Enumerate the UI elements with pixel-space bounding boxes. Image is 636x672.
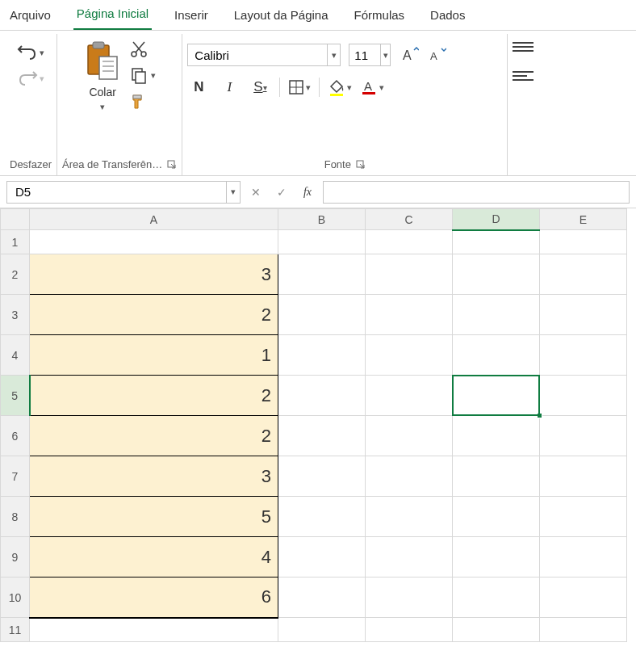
cell-C4[interactable] — [366, 335, 453, 376]
cell-C5[interactable] — [366, 376, 453, 416]
cell-D10[interactable] — [453, 578, 540, 618]
cell-B4[interactable] — [278, 335, 366, 376]
cell-A8[interactable]: 5 — [30, 497, 278, 537]
cell-E3[interactable] — [540, 295, 627, 335]
enter-formula-button[interactable]: ✓ — [271, 182, 292, 203]
cell-E6[interactable] — [540, 416, 627, 456]
cancel-formula-button[interactable]: ✕ — [245, 182, 266, 203]
cell-D3[interactable] — [453, 295, 540, 335]
column-header-E[interactable]: E — [540, 209, 627, 230]
tab-inserir[interactable]: Inserir — [171, 2, 211, 30]
cell-E2[interactable] — [540, 254, 627, 295]
cell-D11[interactable] — [453, 618, 540, 642]
column-header-A[interactable]: A — [30, 209, 278, 230]
chevron-down-icon[interactable]: ▾ — [380, 44, 390, 65]
cell-C11[interactable] — [366, 618, 453, 642]
font-size-input[interactable] — [349, 45, 380, 65]
cell-C7[interactable] — [366, 456, 453, 497]
column-header-D[interactable]: D — [453, 209, 540, 230]
underline-button[interactable]: S ▾ — [249, 76, 271, 99]
cell-A3[interactable]: 2 — [30, 295, 278, 335]
cell-A5[interactable]: 2 — [30, 376, 278, 416]
cell-B2[interactable] — [278, 254, 366, 295]
row-header-6[interactable]: 6 — [1, 416, 30, 456]
row-header-2[interactable]: 2 — [1, 254, 30, 295]
copy-button[interactable]: ▾ — [130, 66, 156, 84]
bold-button[interactable]: N — [187, 76, 210, 99]
align-top-button[interactable] — [513, 42, 533, 52]
cell-A2[interactable]: 3 — [30, 254, 278, 295]
tab-pagina-inicial[interactable]: Página Inicial — [73, 0, 152, 30]
cell-E1[interactable] — [540, 230, 627, 254]
cell-D6[interactable] — [453, 416, 540, 456]
increase-font-button[interactable]: A — [399, 44, 421, 66]
cell-B10[interactable] — [278, 578, 366, 618]
undo-button[interactable]: ▾ — [15, 42, 46, 63]
tab-formulas[interactable]: Fórmulas — [351, 2, 408, 30]
cell-E5[interactable] — [540, 376, 627, 416]
cell-C10[interactable] — [366, 578, 453, 618]
font-name-input[interactable] — [188, 45, 327, 65]
row-header-11[interactable]: 11 — [1, 618, 30, 642]
font-color-button[interactable]: A ▾ — [360, 78, 384, 96]
cell-C3[interactable] — [366, 295, 453, 335]
format-painter-button[interactable] — [130, 92, 149, 111]
cell-B8[interactable] — [278, 497, 366, 537]
insert-function-button[interactable]: fx — [297, 182, 318, 203]
redo-button[interactable]: ▾ — [15, 68, 46, 89]
row-header-3[interactable]: 3 — [1, 295, 30, 335]
cell-E11[interactable] — [540, 618, 627, 642]
cell-D9[interactable] — [453, 537, 540, 578]
cell-E7[interactable] — [540, 456, 627, 497]
cell-D1[interactable] — [453, 230, 540, 254]
cell-E9[interactable] — [540, 537, 627, 578]
cell-C9[interactable] — [366, 537, 453, 578]
cell-D7[interactable] — [453, 456, 540, 497]
row-header-5[interactable]: 5 — [1, 376, 30, 416]
tab-layout[interactable]: Layout da Página — [231, 2, 332, 30]
select-all-corner[interactable] — [1, 209, 30, 230]
cut-button[interactable] — [130, 40, 148, 58]
cell-D4[interactable] — [453, 335, 540, 376]
formula-input[interactable] — [324, 182, 629, 202]
cell-B9[interactable] — [278, 537, 366, 578]
tab-arquivo[interactable]: Arquivo — [6, 2, 54, 30]
font-size-select[interactable]: ▾ — [349, 44, 391, 66]
cell-B1[interactable] — [278, 230, 366, 254]
cell-C1[interactable] — [366, 230, 453, 254]
column-header-B[interactable]: B — [278, 209, 366, 230]
cell-B5[interactable] — [278, 376, 366, 416]
italic-button[interactable]: I — [218, 76, 241, 99]
tab-dados[interactable]: Dados — [427, 2, 468, 30]
cell-A11[interactable] — [30, 618, 278, 642]
dialog-launcher-icon[interactable] — [167, 160, 177, 170]
cell-D8[interactable] — [453, 497, 540, 537]
cell-C2[interactable] — [366, 254, 453, 295]
row-header-1[interactable]: 1 — [1, 230, 30, 254]
fill-handle[interactable] — [537, 413, 542, 418]
cell-D2[interactable] — [453, 254, 540, 295]
cell-A9[interactable]: 4 — [30, 537, 278, 578]
cell-B7[interactable] — [278, 456, 366, 497]
cell-A10[interactable]: 6 — [30, 578, 278, 618]
formula-input-container[interactable] — [323, 181, 630, 204]
cell-C8[interactable] — [366, 497, 453, 537]
name-box-input[interactable] — [7, 182, 226, 202]
row-header-10[interactable]: 10 — [1, 578, 30, 618]
fill-color-button[interactable]: ▾ — [328, 78, 352, 96]
decrease-font-button[interactable]: A — [426, 44, 449, 66]
borders-button[interactable]: ▾ — [288, 79, 311, 95]
cell-B11[interactable] — [278, 618, 366, 642]
chevron-down-icon[interactable]: ▾ — [226, 182, 240, 203]
font-name-select[interactable]: ▾ — [187, 44, 341, 66]
paste-button[interactable]: Colar ▾ — [83, 40, 122, 112]
row-header-4[interactable]: 4 — [1, 335, 30, 376]
chevron-down-icon[interactable]: ▾ — [327, 44, 340, 65]
cell-E4[interactable] — [540, 335, 627, 376]
cell-E8[interactable] — [540, 497, 627, 537]
cell-E10[interactable] — [540, 578, 627, 618]
cell-B6[interactable] — [278, 416, 366, 456]
cell-A6[interactable]: 2 — [30, 416, 278, 456]
cell-A4[interactable]: 1 — [30, 335, 278, 376]
cell-A1[interactable] — [30, 230, 278, 254]
